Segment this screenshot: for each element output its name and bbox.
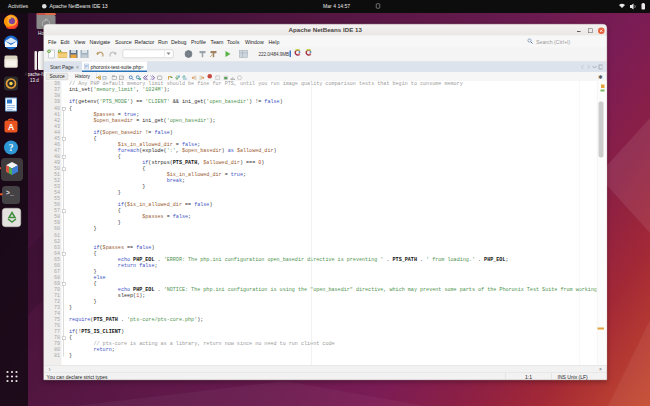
- svg-text:A: A: [8, 122, 14, 132]
- svg-text:?: ?: [9, 143, 14, 153]
